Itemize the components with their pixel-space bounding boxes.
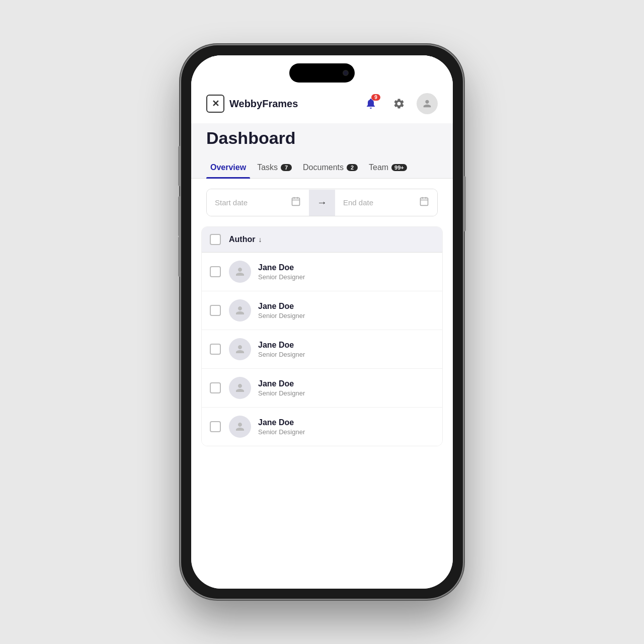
row-checkbox-2[interactable] bbox=[210, 305, 221, 316]
row-name-4: Jane Doe bbox=[258, 379, 434, 388]
tab-tasks-badge: 7 bbox=[281, 164, 292, 171]
row-info-4: Jane Doe Senior Designer bbox=[258, 379, 434, 397]
tab-tasks-label: Tasks bbox=[257, 163, 278, 172]
row-info-5: Jane Doe Senior Designer bbox=[258, 418, 434, 436]
start-date-input[interactable]: Start date bbox=[207, 189, 309, 216]
row-role-3: Senior Designer bbox=[258, 351, 434, 358]
date-arrow-button[interactable]: → bbox=[309, 190, 335, 216]
table-row[interactable]: Jane Doe Senior Designer bbox=[202, 408, 442, 446]
phone-frame: ✕ WebbyFrames 9 bbox=[181, 45, 463, 599]
row-info-3: Jane Doe Senior Designer bbox=[258, 341, 434, 358]
row-avatar-4 bbox=[229, 377, 251, 399]
row-checkbox-1[interactable] bbox=[210, 266, 221, 277]
tab-documents-badge: 2 bbox=[347, 164, 358, 171]
row-avatar-2 bbox=[229, 299, 251, 321]
tab-team-badge: 99+ bbox=[391, 164, 407, 171]
author-table: Author ↓ Jane Doe Senior Designer bbox=[201, 226, 443, 446]
row-info-2: Jane Doe Senior Designer bbox=[258, 302, 434, 319]
phone-screen: ✕ WebbyFrames 9 bbox=[191, 55, 453, 589]
dashboard-title-section: Dashboard bbox=[191, 123, 453, 157]
notification-badge: 9 bbox=[371, 94, 380, 101]
row-role-2: Senior Designer bbox=[258, 312, 434, 319]
row-checkbox-4[interactable] bbox=[210, 382, 221, 393]
select-all-checkbox[interactable] bbox=[210, 234, 221, 245]
row-role-1: Senior Designer bbox=[258, 273, 434, 281]
tab-documents-label: Documents bbox=[303, 163, 344, 172]
sort-arrow-icon: ↓ bbox=[258, 235, 262, 244]
row-role-4: Senior Designer bbox=[258, 389, 434, 397]
row-avatar-5 bbox=[229, 416, 251, 438]
row-name-3: Jane Doe bbox=[258, 341, 434, 350]
row-avatar-1 bbox=[229, 261, 251, 283]
notification-button[interactable]: 9 bbox=[360, 93, 381, 114]
tab-documents[interactable]: Documents 2 bbox=[299, 157, 362, 178]
row-name-2: Jane Doe bbox=[258, 302, 434, 311]
app-name: WebbyFrames bbox=[229, 98, 298, 110]
screen-content: ✕ WebbyFrames 9 bbox=[191, 55, 453, 589]
gear-icon bbox=[393, 98, 405, 110]
camera-dot bbox=[343, 70, 349, 76]
start-calendar-icon bbox=[291, 196, 301, 209]
start-date-label: Start date bbox=[215, 198, 248, 207]
dynamic-island bbox=[289, 63, 355, 83]
end-date-input[interactable]: End date bbox=[335, 189, 437, 216]
table-row[interactable]: Jane Doe Senior Designer bbox=[202, 253, 442, 291]
date-filter: Start date → End date bbox=[206, 189, 438, 216]
arrow-icon: → bbox=[317, 197, 327, 208]
row-checkbox-3[interactable] bbox=[210, 344, 221, 355]
end-calendar-icon bbox=[419, 196, 429, 209]
tab-team[interactable]: Team 99+ bbox=[365, 157, 411, 178]
end-date-label: End date bbox=[343, 198, 373, 207]
row-avatar-3 bbox=[229, 338, 251, 360]
row-checkbox-5[interactable] bbox=[210, 421, 221, 432]
tab-bar: Overview Tasks 7 Documents 2 Team 99+ bbox=[191, 157, 453, 179]
author-column-label: Author ↓ bbox=[229, 235, 262, 244]
settings-button[interactable] bbox=[388, 93, 410, 114]
table-row[interactable]: Jane Doe Senior Designer bbox=[202, 291, 442, 330]
user-icon bbox=[422, 98, 433, 109]
table-header-row: Author ↓ bbox=[202, 227, 442, 253]
logo-icon: ✕ bbox=[206, 95, 224, 113]
tab-team-label: Team bbox=[369, 163, 388, 172]
table-row[interactable]: Jane Doe Senior Designer bbox=[202, 369, 442, 408]
page-title: Dashboard bbox=[206, 128, 438, 148]
logo-symbol: ✕ bbox=[212, 99, 219, 108]
logo: ✕ WebbyFrames bbox=[206, 95, 298, 113]
row-name-5: Jane Doe bbox=[258, 418, 434, 427]
tab-tasks[interactable]: Tasks 7 bbox=[253, 157, 296, 178]
table-row[interactable]: Jane Doe Senior Designer bbox=[202, 330, 442, 369]
svg-rect-0 bbox=[292, 198, 300, 205]
tab-overview[interactable]: Overview bbox=[206, 157, 250, 178]
avatar-button[interactable] bbox=[417, 93, 438, 114]
header-actions: 9 bbox=[360, 93, 438, 114]
tab-overview-label: Overview bbox=[210, 163, 246, 172]
svg-rect-4 bbox=[421, 198, 428, 205]
row-name-1: Jane Doe bbox=[258, 263, 434, 272]
row-role-5: Senior Designer bbox=[258, 428, 434, 436]
row-info-1: Jane Doe Senior Designer bbox=[258, 263, 434, 281]
